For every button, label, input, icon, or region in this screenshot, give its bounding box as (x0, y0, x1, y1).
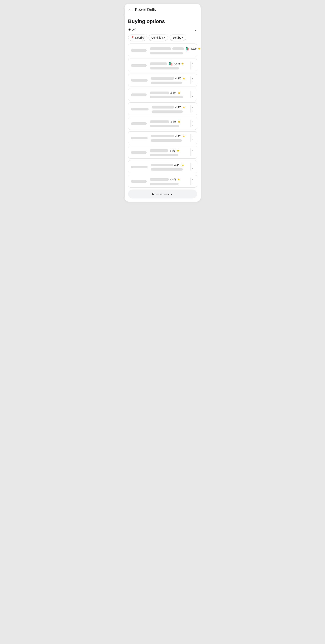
more-stores-chevron-icon: ⌄ (170, 192, 173, 196)
expand-btn-8[interactable]: ⌃ ⌄ (190, 149, 195, 156)
store-logo-1 (131, 49, 147, 52)
store-item-9[interactable]: 4.4/5 ★ ⌃ ⌄ (128, 160, 197, 173)
expand-btn-3[interactable]: ⌃ ⌄ (190, 76, 195, 84)
store-item-8[interactable]: 4.4/5 ★ ⌃ ⌄ (128, 146, 197, 159)
expand-btn-5[interactable]: ⌃ ⌄ (190, 106, 195, 113)
rating-text-9: 4.4/5 (174, 164, 180, 167)
google-shopping-icon: 🛍️ (185, 46, 190, 51)
page-body: Buying options ✦ ⌄ 📍 Nearby Condition ▾ (125, 15, 201, 202)
expand-up-icon: ⌃ (192, 63, 194, 66)
back-button[interactable]: ← (128, 8, 132, 12)
expand-down-icon: ⌄ (192, 124, 194, 126)
rating-text-1: 4.6/5 (191, 47, 197, 50)
location-icon: 📍 (131, 36, 134, 39)
rating-text-10: 4.4/5 (170, 178, 176, 181)
store-item-1[interactable]: 🛍️ 4.6/5 ★ ⌃ ⌄ (128, 44, 197, 57)
expand-up-icon: ⌃ (192, 78, 194, 80)
store-info-7: 4.4/5 ★ (151, 134, 188, 142)
rating-text-4: 4.4/5 (170, 91, 176, 94)
more-stores-label: More stores (152, 192, 169, 196)
store-logo-2 (131, 64, 147, 67)
sparkle-icon: ✦ (128, 28, 131, 32)
sortby-filter-chip[interactable]: Sort by ▾ (170, 34, 186, 41)
store-item-4[interactable]: 4.4/5 ★ ⌃ ⌄ (128, 88, 197, 101)
rating-text-6: 4.4/5 (170, 120, 176, 123)
expand-up-icon: ⌃ (192, 121, 194, 124)
store-info-3: 4.4/5 ★ (151, 76, 188, 84)
store-list: 🛍️ 4.6/5 ★ ⌃ ⌄ (128, 44, 197, 188)
star-icon-8: ★ (177, 149, 179, 152)
star-icon-6: ★ (178, 120, 180, 124)
expand-btn-9[interactable]: ⌃ ⌄ (190, 163, 195, 170)
expand-down-icon: ⌄ (192, 66, 194, 68)
store-info-5: 4.4/5 ★ (152, 106, 188, 113)
store-info-9: 4.4/5 ★ (151, 163, 188, 170)
rating-text-3: 4.4/5 (175, 77, 181, 80)
expand-down-icon: ⌄ (192, 138, 194, 140)
expand-up-icon: ⌃ (192, 107, 194, 109)
condition-chevron-icon: ▾ (164, 36, 165, 39)
star-icon-4: ★ (178, 91, 180, 95)
rating-text-8: 4.4/5 (169, 149, 175, 152)
rating-text-5: 4.4/5 (175, 106, 181, 109)
expand-up-icon: ⌃ (192, 136, 194, 138)
store-item-5[interactable]: 4.4/5 ★ ⌃ ⌄ (128, 102, 197, 115)
star-icon-5: ★ (182, 106, 185, 109)
nearby-label: Nearby (135, 36, 144, 39)
store-logo-9 (131, 166, 148, 168)
header-title: Power Drills (135, 8, 156, 12)
store-item-2[interactable]: 🛍️ 4.4/5 ★ ⌃ ⌄ (128, 58, 197, 72)
star-bag-icon: 🛍️ (168, 62, 173, 66)
expand-up-icon: ⌃ (192, 179, 194, 181)
trend-chart-icon (132, 28, 137, 32)
store-logo-3 (131, 79, 148, 82)
store-logo-8 (131, 151, 147, 154)
store-logo-6 (131, 122, 147, 125)
sortby-label: Sort by (173, 36, 181, 39)
condition-label: Condition (151, 36, 163, 39)
condition-filter-chip[interactable]: Condition ▾ (149, 34, 168, 41)
store-item-10[interactable]: 4.4/5 ★ ⌃ ⌄ (128, 175, 197, 188)
buying-options-card: ← Power Drills Buying options ✦ ⌄ 📍 Near… (125, 4, 201, 202)
page-title: Buying options (128, 18, 197, 24)
expand-up-icon: ⌃ (192, 164, 194, 167)
expand-down-icon: ⌄ (192, 95, 194, 97)
store-info-2: 🛍️ 4.4/5 ★ (150, 62, 188, 70)
nearby-filter-chip[interactable]: 📍 Nearby (128, 34, 147, 41)
expand-btn-7[interactable]: ⌃ ⌄ (190, 134, 195, 142)
expand-down-icon: ⌄ (192, 182, 194, 184)
page-header: ← Power Drills (125, 4, 201, 15)
store-info-6: 4.4/5 ★ (150, 120, 188, 127)
expand-btn-10[interactable]: ⌃ ⌄ (190, 178, 195, 185)
expand-down-icon: ⌄ (192, 167, 194, 170)
star-icon-2: ★ (181, 62, 184, 66)
rating-text-2: 4.4/5 (174, 62, 180, 65)
expand-down-icon: ⌄ (192, 80, 194, 83)
expand-btn-2[interactable]: ⌃ ⌄ (190, 62, 195, 70)
ai-icon: ✦ (128, 28, 137, 32)
expand-down-icon: ⌄ (192, 109, 194, 112)
store-logo-4 (131, 94, 147, 96)
star-icon-1: ★ (198, 47, 201, 50)
ai-bar-chevron-icon: ⌄ (194, 28, 197, 32)
store-item-3[interactable]: 4.4/5 ★ ⌃ ⌄ (128, 74, 197, 86)
more-stores-button[interactable]: More stores ⌄ (128, 190, 197, 198)
store-logo-7 (131, 137, 148, 139)
sortby-chevron-icon: ▾ (182, 36, 183, 39)
store-item-6[interactable]: 4.4/5 ★ ⌃ ⌄ (128, 117, 197, 130)
store-info-8: 4.4/5 ★ (150, 149, 188, 156)
store-item-7[interactable]: 4.4/5 ★ ⌃ ⌄ (128, 131, 197, 144)
rating-text-7: 4.4/5 (175, 135, 181, 138)
expand-btn-4[interactable]: ⌃ ⌄ (190, 91, 195, 98)
store-logo-10 (131, 180, 147, 183)
expand-down-icon: ⌄ (192, 152, 194, 155)
star-icon-10: ★ (177, 178, 180, 181)
ai-insights-bar[interactable]: ✦ ⌄ (128, 28, 197, 32)
star-icon-3: ★ (182, 76, 185, 80)
store-info-4: 4.4/5 ★ (150, 91, 188, 98)
expand-btn-6[interactable]: ⌃ ⌄ (190, 120, 195, 127)
store-logo-5 (131, 108, 149, 110)
expand-up-icon: ⌃ (192, 92, 194, 95)
star-icon-9: ★ (182, 163, 184, 167)
filter-row: 📍 Nearby Condition ▾ Sort by ▾ (128, 34, 197, 41)
